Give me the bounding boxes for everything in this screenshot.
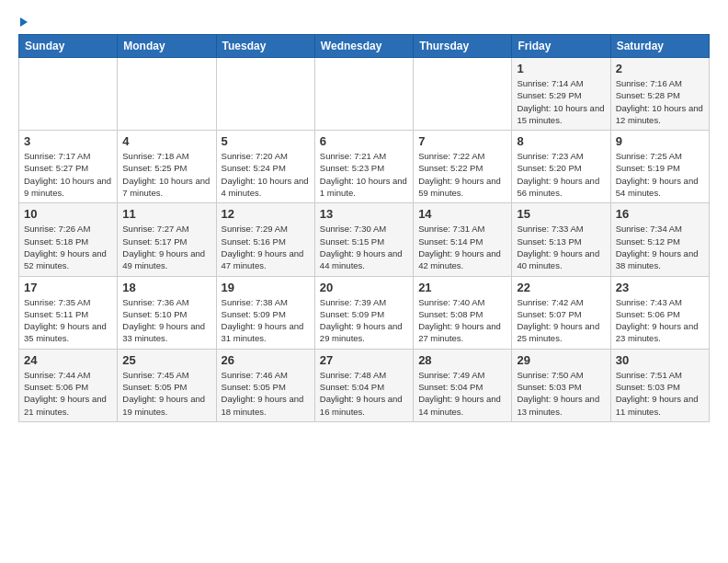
week-row-2: 3Sunrise: 7:17 AM Sunset: 5:27 PM Daylig…: [19, 131, 710, 203]
day-number: 9: [616, 134, 704, 148]
day-number: 23: [616, 281, 704, 294]
calendar-cell: 24Sunrise: 7:44 AM Sunset: 5:06 PM Dayli…: [19, 349, 118, 421]
calendar-table: SundayMondayTuesdayWednesdayThursdayFrid…: [18, 34, 710, 422]
calendar-cell: 16Sunrise: 7:34 AM Sunset: 5:12 PM Dayli…: [610, 203, 709, 276]
day-number: 25: [122, 353, 210, 367]
weekday-header-saturday: Saturday: [610, 35, 709, 58]
day-number: 3: [24, 134, 112, 148]
calendar-cell: [414, 58, 512, 131]
calendar-cell: 1Sunrise: 7:14 AM Sunset: 5:29 PM Daylig…: [512, 58, 610, 131]
calendar-cell: 22Sunrise: 7:42 AM Sunset: 5:07 PM Dayli…: [512, 276, 610, 349]
day-number: 4: [122, 134, 210, 148]
day-info: Sunrise: 7:31 AM Sunset: 5:14 PM Dayligh…: [418, 223, 506, 271]
day-info: Sunrise: 7:43 AM Sunset: 5:06 PM Dayligh…: [616, 296, 704, 345]
calendar-cell: [19, 58, 118, 131]
day-number: 8: [517, 134, 605, 148]
day-info: Sunrise: 7:29 AM Sunset: 5:16 PM Dayligh…: [222, 223, 310, 271]
calendar-cell: 8Sunrise: 7:23 AM Sunset: 5:20 PM Daylig…: [512, 131, 610, 203]
day-number: 11: [122, 207, 210, 221]
day-number: 5: [222, 134, 310, 148]
day-info: Sunrise: 7:22 AM Sunset: 5:22 PM Dayligh…: [418, 150, 506, 199]
day-info: Sunrise: 7:33 AM Sunset: 5:13 PM Dayligh…: [517, 223, 605, 271]
day-number: 18: [122, 281, 210, 294]
calendar-cell: 13Sunrise: 7:30 AM Sunset: 5:15 PM Dayli…: [314, 203, 413, 276]
calendar-cell: [216, 58, 314, 131]
calendar-cell: 10Sunrise: 7:26 AM Sunset: 5:18 PM Dayli…: [19, 203, 118, 276]
calendar-cell: 30Sunrise: 7:51 AM Sunset: 5:03 PM Dayli…: [610, 349, 709, 421]
week-row-3: 10Sunrise: 7:26 AM Sunset: 5:18 PM Dayli…: [19, 203, 710, 276]
weekday-header-thursday: Thursday: [414, 35, 512, 58]
day-number: 27: [320, 353, 408, 367]
day-info: Sunrise: 7:49 AM Sunset: 5:04 PM Dayligh…: [418, 369, 506, 418]
day-info: Sunrise: 7:50 AM Sunset: 5:03 PM Dayligh…: [517, 369, 605, 418]
day-info: Sunrise: 7:40 AM Sunset: 5:08 PM Dayligh…: [418, 296, 506, 345]
day-number: 10: [24, 207, 112, 221]
day-info: Sunrise: 7:35 AM Sunset: 5:11 PM Dayligh…: [24, 296, 112, 345]
day-info: Sunrise: 7:17 AM Sunset: 5:27 PM Dayligh…: [24, 150, 112, 199]
day-number: 6: [320, 134, 408, 148]
calendar-cell: 4Sunrise: 7:18 AM Sunset: 5:25 PM Daylig…: [118, 131, 216, 203]
day-number: 12: [222, 207, 310, 221]
day-info: Sunrise: 7:46 AM Sunset: 5:05 PM Dayligh…: [222, 369, 310, 418]
calendar-cell: 11Sunrise: 7:27 AM Sunset: 5:17 PM Dayli…: [118, 203, 216, 276]
calendar-cell: 17Sunrise: 7:35 AM Sunset: 5:11 PM Dayli…: [19, 276, 118, 349]
day-number: 21: [418, 281, 506, 294]
day-number: 20: [320, 281, 408, 294]
day-number: 30: [616, 353, 704, 367]
calendar-cell: 14Sunrise: 7:31 AM Sunset: 5:14 PM Dayli…: [414, 203, 512, 276]
day-info: Sunrise: 7:44 AM Sunset: 5:06 PM Dayligh…: [24, 369, 112, 418]
day-number: 22: [517, 281, 605, 294]
day-info: Sunrise: 7:48 AM Sunset: 5:04 PM Dayligh…: [320, 369, 408, 418]
day-number: 2: [616, 62, 704, 75]
day-info: Sunrise: 7:38 AM Sunset: 5:09 PM Dayligh…: [222, 296, 310, 345]
day-number: 19: [222, 281, 310, 294]
day-number: 28: [418, 353, 506, 367]
day-info: Sunrise: 7:45 AM Sunset: 5:05 PM Dayligh…: [122, 369, 210, 418]
calendar-cell: 5Sunrise: 7:20 AM Sunset: 5:24 PM Daylig…: [216, 131, 314, 203]
day-number: 16: [616, 207, 704, 221]
calendar-cell: 23Sunrise: 7:43 AM Sunset: 5:06 PM Dayli…: [610, 276, 709, 349]
day-info: Sunrise: 7:39 AM Sunset: 5:09 PM Dayligh…: [320, 296, 408, 345]
calendar-cell: 28Sunrise: 7:49 AM Sunset: 5:04 PM Dayli…: [414, 349, 512, 421]
day-info: Sunrise: 7:30 AM Sunset: 5:15 PM Dayligh…: [320, 223, 408, 271]
day-info: Sunrise: 7:14 AM Sunset: 5:29 PM Dayligh…: [517, 77, 605, 126]
day-info: Sunrise: 7:27 AM Sunset: 5:17 PM Dayligh…: [122, 223, 210, 271]
day-number: 7: [418, 134, 506, 148]
calendar-cell: 2Sunrise: 7:16 AM Sunset: 5:28 PM Daylig…: [610, 58, 709, 131]
calendar-cell: 21Sunrise: 7:40 AM Sunset: 5:08 PM Dayli…: [414, 276, 512, 349]
day-info: Sunrise: 7:16 AM Sunset: 5:28 PM Dayligh…: [616, 77, 704, 126]
weekday-header-friday: Friday: [512, 35, 610, 58]
day-info: Sunrise: 7:42 AM Sunset: 5:07 PM Dayligh…: [517, 296, 605, 345]
day-number: 26: [222, 353, 310, 367]
day-number: 24: [24, 353, 112, 367]
day-info: Sunrise: 7:36 AM Sunset: 5:10 PM Dayligh…: [122, 296, 210, 345]
weekday-header-row: SundayMondayTuesdayWednesdayThursdayFrid…: [19, 35, 710, 58]
logo-arrow-icon: [20, 17, 28, 27]
day-number: 17: [24, 281, 112, 294]
calendar-cell: 29Sunrise: 7:50 AM Sunset: 5:03 PM Dayli…: [512, 349, 610, 421]
day-number: 29: [517, 353, 605, 367]
day-number: 15: [517, 207, 605, 221]
calendar-cell: 3Sunrise: 7:17 AM Sunset: 5:27 PM Daylig…: [19, 131, 118, 203]
calendar-cell: 26Sunrise: 7:46 AM Sunset: 5:05 PM Dayli…: [216, 349, 314, 421]
day-info: Sunrise: 7:51 AM Sunset: 5:03 PM Dayligh…: [616, 369, 704, 418]
day-info: Sunrise: 7:21 AM Sunset: 5:23 PM Dayligh…: [320, 150, 408, 199]
calendar-cell: 12Sunrise: 7:29 AM Sunset: 5:16 PM Dayli…: [216, 203, 314, 276]
day-info: Sunrise: 7:20 AM Sunset: 5:24 PM Dayligh…: [222, 150, 310, 199]
day-info: Sunrise: 7:23 AM Sunset: 5:20 PM Dayligh…: [517, 150, 605, 199]
day-info: Sunrise: 7:18 AM Sunset: 5:25 PM Dayligh…: [122, 150, 210, 199]
week-row-5: 24Sunrise: 7:44 AM Sunset: 5:06 PM Dayli…: [19, 349, 710, 421]
calendar-cell: 15Sunrise: 7:33 AM Sunset: 5:13 PM Dayli…: [512, 203, 610, 276]
calendar-cell: 27Sunrise: 7:48 AM Sunset: 5:04 PM Dayli…: [314, 349, 413, 421]
day-number: 14: [418, 207, 506, 221]
calendar-cell: 20Sunrise: 7:39 AM Sunset: 5:09 PM Dayli…: [314, 276, 413, 349]
weekday-header-monday: Monday: [118, 35, 216, 58]
day-info: Sunrise: 7:34 AM Sunset: 5:12 PM Dayligh…: [616, 223, 704, 271]
calendar-cell: 19Sunrise: 7:38 AM Sunset: 5:09 PM Dayli…: [216, 276, 314, 349]
week-row-1: 1Sunrise: 7:14 AM Sunset: 5:29 PM Daylig…: [19, 58, 710, 131]
calendar-cell: [118, 58, 216, 131]
weekday-header-wednesday: Wednesday: [314, 35, 413, 58]
day-number: 1: [517, 62, 605, 75]
header: [18, 14, 710, 27]
calendar-cell: 6Sunrise: 7:21 AM Sunset: 5:23 PM Daylig…: [314, 131, 413, 203]
